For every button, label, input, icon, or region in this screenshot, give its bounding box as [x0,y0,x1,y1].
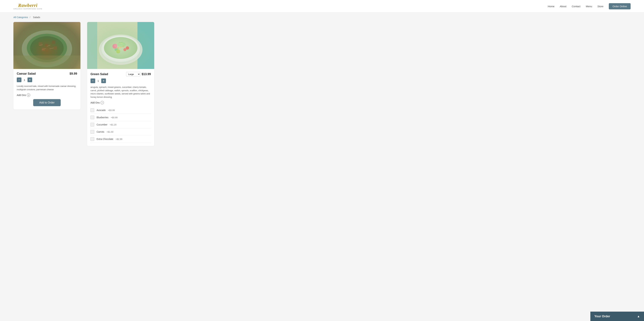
green-salad-addons-list: Avocado +$3.99 Blueberries +$0.99 Cucumb… [90,107,151,143]
green-salad-decrease-button[interactable]: − [90,79,95,83]
green-salad-description: arugula, spinach, mixed greens, cucumber… [90,86,151,99]
addon-checkbox-1[interactable] [90,116,94,119]
addon-price-1: +$0.99 [111,116,118,119]
caesar-salad-addons-label: Add Ons [17,94,26,96]
breadcrumb-current: Salads [33,16,40,19]
logo-sub: Organic Superfood Cafe [14,8,42,10]
green-salad-price: $13.99 [142,73,151,76]
svg-point-21 [114,44,117,47]
green-salad-name: Green Salad [90,73,108,76]
svg-rect-0 [14,22,80,69]
order-online-button[interactable]: Order Online [609,3,630,10]
caesar-salad-quantity: 1 [23,79,26,81]
svg-point-24 [120,46,122,48]
svg-rect-15 [138,22,154,69]
svg-point-17 [99,35,142,65]
caesar-salad-name: Caesar Salad [17,72,36,76]
logo: Rawberri Organic Superfood Cafe [14,3,42,10]
navigation: Home About Contact Menu Store Order Onli… [548,3,630,10]
addon-price-4: +$2.99 [116,138,122,140]
svg-line-12 [50,48,54,49]
green-salad-addons-icon: − [100,101,104,104]
addon-name-0: Avocado [96,109,106,112]
green-salad-image [87,22,154,69]
nav-home[interactable]: Home [548,5,554,8]
addon-price-3: +$1.00 [106,131,113,133]
caesar-salad-body: Caesar Salad $9.99 − 1 + Locally sourced… [14,69,80,110]
breadcrumb-all-categories[interactable]: All Categories [14,16,28,19]
nav-store[interactable]: Store [598,5,604,8]
svg-line-11 [42,49,46,50]
green-salad-body: Green Salad Large Small Medium $13.99 − … [87,69,154,146]
green-salad-size-select[interactable]: Large Small Medium [126,72,140,77]
green-salad-header: Green Salad Large Small Medium $13.99 [90,72,151,77]
svg-rect-13 [14,56,80,69]
svg-point-28 [117,42,126,47]
svg-point-26 [117,47,119,49]
svg-point-25 [122,45,124,47]
svg-rect-6 [42,48,45,51]
svg-point-20 [112,44,117,49]
svg-rect-4 [38,42,42,46]
svg-point-27 [114,48,118,51]
addon-checkbox-2[interactable] [90,123,94,126]
nav-menu[interactable]: Menu [586,5,592,8]
svg-point-29 [116,49,120,53]
svg-point-18 [102,36,140,62]
nav-contact[interactable]: Contact [572,5,580,8]
green-salad-increase-button[interactable]: + [101,79,106,83]
svg-point-2 [27,34,67,62]
addon-item: Cucumber +$1.20 [90,121,151,128]
caesar-salad-stepper: − 1 + [17,78,77,82]
addon-checkbox-4[interactable] [90,137,94,141]
caesar-salad-increase-button[interactable]: + [28,78,32,82]
addon-checkbox-0[interactable] [90,108,94,112]
svg-point-22 [126,46,129,50]
svg-point-23 [123,48,126,51]
green-salad-size-price: Large Small Medium $13.99 [126,72,151,77]
caesar-salad-decrease-button[interactable]: − [17,78,22,82]
addon-item: Avocado +$3.99 [90,107,151,114]
addon-name-1: Blueberries [96,116,108,119]
svg-rect-14 [87,22,154,69]
svg-rect-7 [54,46,57,50]
caesar-salad-header: Caesar Salad $9.99 [17,72,77,76]
caesar-salad-image [14,22,80,69]
caesar-salad-addons-icon: + [27,93,30,97]
svg-point-19 [104,37,138,59]
addon-item: Blueberries +$0.99 [90,114,151,121]
svg-rect-5 [52,41,55,44]
caesar-salad-price: $9.99 [70,72,77,76]
addon-name-2: Cucumber [96,123,108,126]
svg-point-3 [30,36,64,60]
addon-item: Carrots +$1.00 [90,128,151,136]
green-salad-addons-label: Add Ons [90,101,100,104]
caesar-salad-addons-toggle[interactable]: Add Ons + [17,93,77,97]
svg-line-10 [47,45,50,46]
svg-line-30 [120,42,121,44]
addon-price-2: +$1.20 [110,123,116,126]
addon-checkbox-3[interactable] [90,130,94,134]
addon-name-3: Carrots [96,131,104,133]
green-salad-quantity: 1 [96,80,100,82]
caesar-salad-add-to-order-button[interactable]: Add to Order [33,99,61,106]
svg-rect-8 [45,44,48,47]
svg-rect-16 [87,22,97,69]
svg-line-31 [122,42,122,44]
svg-line-32 [119,42,120,44]
addon-price-0: +$3.99 [108,109,115,112]
green-salad-card: Green Salad Large Small Medium $13.99 − … [87,22,154,146]
svg-line-9 [40,45,43,46]
green-salad-addons-toggle[interactable]: Add Ons − [90,101,151,104]
caesar-salad-description: Locally sourced kale, mixed with homemad… [17,85,77,91]
addon-name-4: Extra Chocolate [96,138,113,140]
nav-about[interactable]: About [560,5,566,8]
caesar-salad-card: Caesar Salad $9.99 − 1 + Locally sourced… [14,22,80,110]
green-salad-stepper: − 1 + [90,79,151,83]
breadcrumb: All Categories / Salads [0,13,644,19]
breadcrumb-separator: / [30,16,30,19]
addon-item: Extra Chocolate +$2.99 [90,136,151,143]
header: Rawberri Organic Superfood Cafe Home Abo… [0,0,644,13]
logo-text: Rawberri [18,3,38,8]
main-content: Caesar Salad $9.99 − 1 + Locally sourced… [0,19,644,153]
